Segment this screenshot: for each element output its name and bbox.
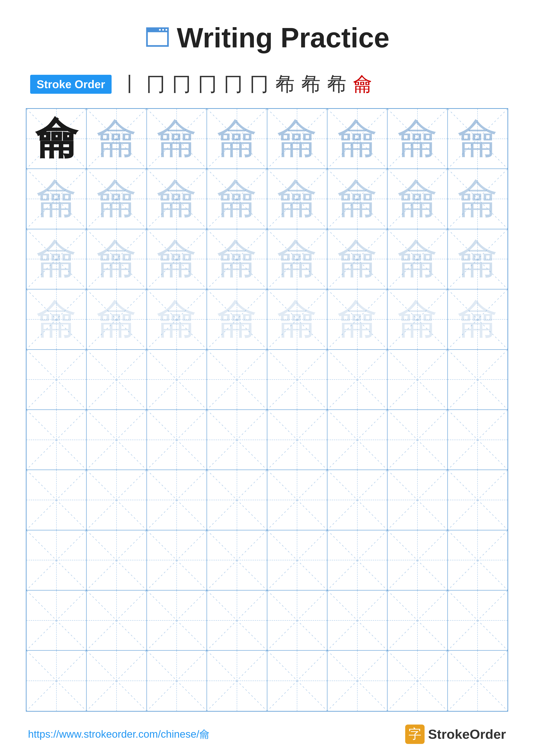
grid-cell[interactable]	[147, 590, 207, 651]
grid-cell[interactable]	[388, 530, 447, 590]
grid-cell[interactable]: 龠	[388, 350, 447, 410]
grid-cell[interactable]: 龠	[147, 289, 207, 350]
grid-cell[interactable]: 龠	[147, 350, 207, 410]
grid-cell[interactable]: 龠	[327, 350, 388, 410]
grid-cell[interactable]: 龠	[388, 229, 447, 289]
grid-cell[interactable]	[327, 530, 388, 590]
svg-line-109	[388, 470, 447, 530]
grid-cell[interactable]: 龠	[87, 109, 147, 169]
grid-cell[interactable]	[87, 651, 147, 711]
grid-cell[interactable]: 龠	[267, 350, 327, 410]
grid-cell[interactable]: 龠	[207, 169, 267, 229]
grid-cell[interactable]: 龠	[388, 109, 447, 169]
stroke-9: 㣇	[327, 71, 346, 97]
grid-cell[interactable]: 龠	[147, 109, 207, 169]
grid-cell[interactable]: 龠	[207, 109, 267, 169]
grid-cell[interactable]: 龠	[327, 109, 388, 169]
grid-cell[interactable]	[87, 410, 147, 470]
grid-cell[interactable]	[448, 651, 507, 711]
grid-cell[interactable]: 龠	[27, 229, 87, 289]
grid-cell[interactable]	[388, 410, 447, 470]
grid-cell[interactable]	[448, 590, 507, 651]
grid-cell[interactable]: 龠	[448, 289, 507, 350]
grid-cell[interactable]	[147, 410, 207, 470]
grid-cell[interactable]: 龠	[147, 169, 207, 229]
stroke-2: 冂	[146, 71, 165, 97]
grid-cell[interactable]	[27, 651, 87, 711]
grid-cell[interactable]	[448, 470, 507, 530]
grid-cell[interactable]	[388, 590, 447, 651]
grid-cell[interactable]	[27, 470, 87, 530]
grid-cell[interactable]	[267, 530, 327, 590]
grid-cell[interactable]: 龠	[147, 229, 207, 289]
grid-cell[interactable]	[448, 410, 507, 470]
svg-line-116	[147, 530, 207, 590]
svg-line-124	[388, 530, 447, 590]
grid-cell[interactable]	[87, 590, 147, 651]
grid-cell[interactable]: 龠	[267, 169, 327, 229]
grid-cell[interactable]	[327, 651, 388, 711]
grid-cell[interactable]	[267, 590, 327, 651]
grid-cell[interactable]: 龠	[27, 289, 87, 350]
grid-cell[interactable]: 龠	[87, 229, 147, 289]
grid-row: 龠 龠 龠 龠 龠 龠 龠 龠	[27, 350, 507, 410]
grid-cell[interactable]	[388, 470, 447, 530]
grid-cell[interactable]: 龠	[267, 109, 327, 169]
grid-cell[interactable]: 龠	[27, 169, 87, 229]
grid-cell[interactable]: 龠	[87, 169, 147, 229]
footer: https://www.strokeorder.com/chinese/龠 字 …	[26, 724, 508, 744]
grid-cell[interactable]: 龠	[448, 169, 507, 229]
svg-line-145	[27, 651, 86, 711]
svg-line-82	[87, 410, 146, 470]
svg-line-130	[87, 590, 146, 650]
svg-line-93	[388, 410, 447, 470]
grid-cell[interactable]	[207, 590, 267, 651]
grid-cell[interactable]	[207, 530, 267, 590]
grid-cell[interactable]: 龠	[27, 109, 87, 169]
grid-cell[interactable]	[147, 470, 207, 530]
grid-cell[interactable]	[327, 410, 388, 470]
grid-cell[interactable]: 龠	[207, 350, 267, 410]
grid-cell[interactable]: 龠	[27, 350, 87, 410]
svg-line-90	[327, 410, 387, 470]
grid-cell[interactable]: 龠	[87, 350, 147, 410]
svg-line-128	[27, 590, 86, 650]
grid-cell[interactable]	[388, 651, 447, 711]
grid-cell[interactable]	[207, 410, 267, 470]
grid-cell[interactable]	[267, 470, 327, 530]
grid-cell[interactable]	[87, 530, 147, 590]
grid-cell[interactable]	[27, 410, 87, 470]
grid-cell[interactable]	[267, 410, 327, 470]
grid-cell[interactable]	[87, 470, 147, 530]
svg-line-152	[267, 651, 327, 711]
grid-cell[interactable]	[27, 590, 87, 651]
grid-cell[interactable]	[327, 470, 388, 530]
grid-cell[interactable]	[147, 530, 207, 590]
grid-cell[interactable]	[267, 651, 327, 711]
grid-cell[interactable]: 龠	[267, 229, 327, 289]
grid-cell[interactable]: 龠	[327, 169, 388, 229]
grid-cell[interactable]	[327, 590, 388, 651]
grid-cell[interactable]: 龠	[388, 289, 447, 350]
footer-url[interactable]: https://www.strokeorder.com/chinese/龠	[28, 727, 210, 741]
grid-cell[interactable]: 龠	[448, 350, 507, 410]
footer-brand: 字 StrokeOrder	[405, 724, 506, 744]
grid-cell[interactable]: 龠	[207, 229, 267, 289]
grid-cell[interactable]: 龠	[448, 229, 507, 289]
grid-cell[interactable]	[207, 651, 267, 711]
grid-cell[interactable]: 龠	[87, 289, 147, 350]
grid-cell[interactable]	[207, 470, 267, 530]
grid-cell[interactable]: 龠	[388, 169, 447, 229]
grid-cell[interactable]: 龠	[327, 229, 388, 289]
grid-cell[interactable]	[27, 530, 87, 590]
grid-cell[interactable]	[147, 651, 207, 711]
grid-cell[interactable]: 龠	[448, 109, 507, 169]
grid-cell[interactable]: 龠	[327, 289, 388, 350]
grid-cell[interactable]	[448, 530, 507, 590]
stroke-order-badge: Stroke Order	[30, 75, 112, 94]
svg-line-88	[267, 410, 327, 470]
svg-line-112	[27, 530, 86, 590]
grid-cell[interactable]: 龠	[267, 289, 327, 350]
stroke-1: 丨	[120, 71, 140, 97]
grid-cell[interactable]: 龠	[207, 289, 267, 350]
